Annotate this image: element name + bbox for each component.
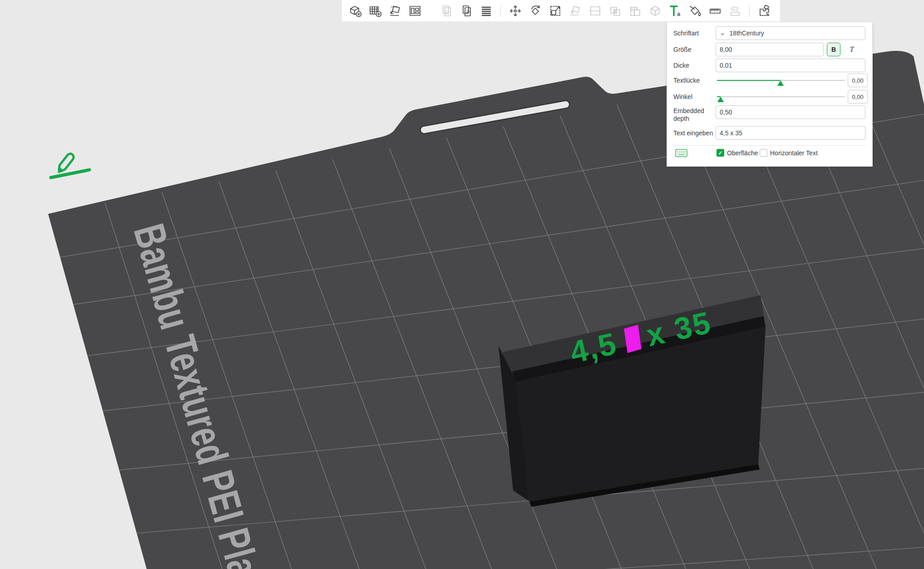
surface-label: Oberfläche bbox=[727, 149, 758, 157]
text-gap-value[interactable]: 0,00 bbox=[848, 74, 868, 87]
text-gap-slider[interactable] bbox=[717, 76, 845, 84]
text-tool-icon[interactable]: a bbox=[667, 3, 682, 18]
panel-divider bbox=[672, 145, 867, 146]
text-eingeben-label: Text eingeben bbox=[673, 129, 713, 137]
scale-icon[interactable] bbox=[548, 3, 563, 18]
font-dropdown-value: 18thCentury bbox=[730, 30, 764, 37]
plugin-icon[interactable] bbox=[756, 3, 771, 18]
textluecke-label: Textlücke bbox=[673, 77, 700, 84]
copy-icon[interactable]: 0 bbox=[439, 3, 454, 18]
paste-icon[interactable]: P bbox=[459, 3, 474, 18]
keyboard-icon[interactable] bbox=[675, 149, 687, 158]
text-gap-slider-thumb[interactable] bbox=[777, 80, 784, 86]
schriftart-label: Schriftart bbox=[673, 30, 699, 37]
angle-slider-thumb[interactable] bbox=[717, 97, 724, 102]
toolbar-separator bbox=[500, 5, 501, 17]
angle-slider[interactable] bbox=[717, 93, 845, 101]
embedded-depth-label: Embedded depth bbox=[673, 107, 713, 123]
add-object-icon[interactable] bbox=[347, 3, 362, 18]
arrange-icon[interactable] bbox=[407, 3, 422, 18]
dicke-label: Dicke bbox=[673, 62, 689, 69]
text-tool-panel: Schriftart ⌄ 18thCentury Größe B T Dicke… bbox=[667, 22, 873, 167]
size-input[interactable] bbox=[716, 43, 824, 56]
angle-value[interactable]: 0,00 bbox=[848, 90, 868, 104]
object-list-icon[interactable] bbox=[479, 3, 494, 18]
application-window: { "toolbar": { "items": [ {"name": "add-… bbox=[0, 0, 924, 569]
svg-text:a: a bbox=[677, 10, 681, 17]
cut-icon[interactable] bbox=[588, 3, 603, 18]
toolbar-separator bbox=[749, 5, 750, 17]
embedded-depth-input[interactable] bbox=[716, 105, 865, 119]
horizontal-text-label: Horizontaler Text bbox=[770, 149, 818, 157]
svg-text:0: 0 bbox=[446, 10, 449, 15]
svg-text:P: P bbox=[466, 10, 469, 15]
rotate-icon[interactable] bbox=[528, 3, 543, 18]
assembly-icon[interactable] bbox=[727, 3, 742, 18]
winkel-label: Winkel bbox=[673, 93, 692, 101]
horizontal-text-checkbox[interactable] bbox=[760, 149, 767, 157]
add-plate-icon[interactable] bbox=[367, 3, 382, 18]
groesse-label: Größe bbox=[673, 46, 692, 54]
color-paint-icon[interactable] bbox=[687, 3, 702, 18]
auto-orient-icon[interactable]: AUTO bbox=[387, 3, 402, 18]
simplify-icon[interactable] bbox=[647, 3, 662, 18]
text-content-input[interactable] bbox=[716, 126, 865, 140]
main-toolbar: AUTO 0 P a bbox=[342, 0, 780, 22]
boolean-union-icon[interactable] bbox=[608, 3, 623, 18]
place-on-face-icon[interactable] bbox=[568, 3, 583, 18]
svg-text:AUTO: AUTO bbox=[391, 5, 398, 8]
thickness-input[interactable] bbox=[716, 59, 865, 72]
font-dropdown[interactable]: ⌄ 18thCentury bbox=[716, 26, 865, 40]
chevron-down-icon: ⌄ bbox=[720, 29, 726, 36]
italic-button[interactable]: T bbox=[845, 43, 859, 56]
boolean-difference-icon[interactable] bbox=[628, 3, 642, 18]
surface-checkbox[interactable]: ✓ bbox=[716, 149, 724, 157]
move-icon[interactable] bbox=[508, 3, 523, 18]
bold-button[interactable]: B bbox=[827, 43, 840, 56]
measure-icon[interactable] bbox=[707, 3, 722, 18]
